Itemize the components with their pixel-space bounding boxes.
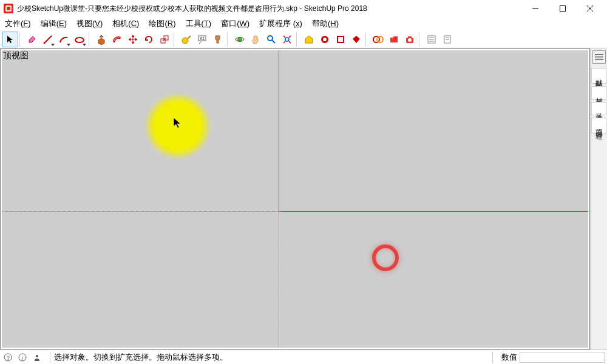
main-toolbar: A1 bbox=[0, 30, 607, 49]
move-tool[interactable] bbox=[125, 32, 141, 47]
minimize-button[interactable] bbox=[521, 0, 549, 17]
plugin-doc-icon[interactable] bbox=[439, 32, 455, 47]
svg-point-5 bbox=[75, 38, 84, 42]
shape-tool[interactable] bbox=[72, 32, 87, 47]
svg-point-16 bbox=[323, 38, 327, 41]
menu-camera[interactable]: 相机(C) bbox=[110, 17, 141, 30]
menu-tools[interactable]: 工具(T) bbox=[183, 17, 214, 30]
info-icon[interactable]: i bbox=[17, 352, 28, 363]
titlebar: 少校SketchUp微课堂-只要您未经少校授权或少校本人获取的视频文件都是盗用行… bbox=[0, 0, 607, 17]
view-label: 顶视图 bbox=[3, 50, 29, 61]
axis-green-neg bbox=[279, 211, 279, 348]
help-icon[interactable]: ? bbox=[2, 352, 13, 363]
app-icon bbox=[4, 4, 13, 13]
rotate-tool[interactable] bbox=[141, 32, 157, 47]
svg-rect-23 bbox=[408, 36, 412, 38]
menu-edit[interactable]: 编辑(E) bbox=[38, 17, 69, 30]
svg-rect-18 bbox=[338, 37, 343, 42]
svg-text:i: i bbox=[22, 355, 23, 361]
select-tool[interactable] bbox=[2, 32, 18, 47]
statusbar: ? i 选择对象。切换到扩充选择。拖动鼠标选择多项。 数值 bbox=[0, 349, 607, 364]
plugin-list-icon[interactable] bbox=[424, 32, 439, 47]
zoom-tool[interactable] bbox=[263, 32, 279, 47]
layout-tool[interactable] bbox=[333, 32, 348, 47]
workspace: 顶视图 bbox=[0, 49, 590, 349]
plugin-rings-icon[interactable] bbox=[370, 32, 386, 47]
menu-help[interactable]: 帮助(H) bbox=[310, 17, 341, 30]
offset-tool[interactable] bbox=[109, 32, 125, 47]
text-tool[interactable]: A1 bbox=[194, 32, 210, 47]
tray-toggle[interactable] bbox=[592, 50, 606, 64]
svg-point-13 bbox=[268, 36, 273, 41]
status-hint: 选择对象。切换到扩充选择。拖动鼠标选择多项。 bbox=[54, 352, 489, 363]
marker-ring bbox=[372, 244, 399, 271]
orbit-tool[interactable] bbox=[232, 32, 248, 47]
menubar: 文件(F) 编辑(E) 视图(V) 相机(C) 绘图(R) 工具(T) 窗口(W… bbox=[0, 17, 607, 30]
axis-red bbox=[279, 211, 588, 212]
measurement-label: 数值 bbox=[501, 352, 517, 363]
ruby-tool[interactable] bbox=[348, 32, 364, 47]
paint-tool[interactable] bbox=[210, 32, 226, 47]
tape-tool[interactable] bbox=[178, 32, 194, 47]
menu-extensions[interactable]: 扩展程序 (x) bbox=[257, 17, 305, 30]
highlight-spot bbox=[144, 93, 211, 160]
measurement-input[interactable] bbox=[520, 352, 605, 363]
svg-text:A1: A1 bbox=[200, 36, 205, 41]
viewport[interactable]: 顶视图 bbox=[2, 50, 588, 348]
arc-tool[interactable] bbox=[56, 32, 72, 47]
svg-point-4 bbox=[44, 42, 46, 44]
svg-text:?: ? bbox=[7, 355, 10, 361]
window-title: 少校SketchUp微课堂-只要您未经少校授权或少校本人获取的视频文件都是盗用行… bbox=[17, 4, 521, 14]
svg-rect-1 bbox=[560, 6, 565, 12]
warehouse-tool[interactable] bbox=[301, 32, 317, 47]
svg-point-14 bbox=[285, 38, 289, 41]
plugin-folder-icon[interactable] bbox=[386, 32, 402, 47]
menu-window[interactable]: 窗口(W) bbox=[219, 17, 252, 30]
zoom-extents-tool[interactable] bbox=[279, 32, 295, 47]
tray-tab-styles[interactable]: 风格 bbox=[591, 102, 606, 115]
maximize-button[interactable] bbox=[549, 0, 576, 17]
menu-file[interactable]: 文件(F) bbox=[2, 17, 33, 30]
menu-draw[interactable]: 绘图(R) bbox=[146, 17, 178, 30]
tray-panel: 默认面板 材质 风格 项目管理 bbox=[590, 49, 607, 349]
svg-point-35 bbox=[36, 355, 38, 357]
extension-wh-tool[interactable] bbox=[317, 32, 333, 47]
plugin-camera-icon[interactable] bbox=[402, 32, 418, 47]
scale-tool[interactable] bbox=[157, 32, 172, 47]
tray-tab-materials[interactable]: 材质 bbox=[591, 86, 606, 99]
tray-tab-outliner[interactable]: 项目管理 bbox=[591, 118, 606, 133]
eraser-tool[interactable] bbox=[24, 32, 40, 47]
line-tool[interactable] bbox=[40, 32, 56, 47]
axis-red-neg bbox=[2, 211, 279, 212]
tray-tab-default[interactable]: 默认面板 bbox=[591, 68, 606, 84]
pushpull-tool[interactable] bbox=[93, 32, 109, 47]
pan-tool[interactable] bbox=[248, 32, 263, 47]
close-button[interactable] bbox=[576, 0, 603, 17]
person-icon[interactable] bbox=[32, 352, 42, 363]
menu-view[interactable]: 视图(V) bbox=[74, 17, 105, 30]
axis-green bbox=[279, 50, 279, 211]
svg-point-22 bbox=[408, 38, 412, 42]
